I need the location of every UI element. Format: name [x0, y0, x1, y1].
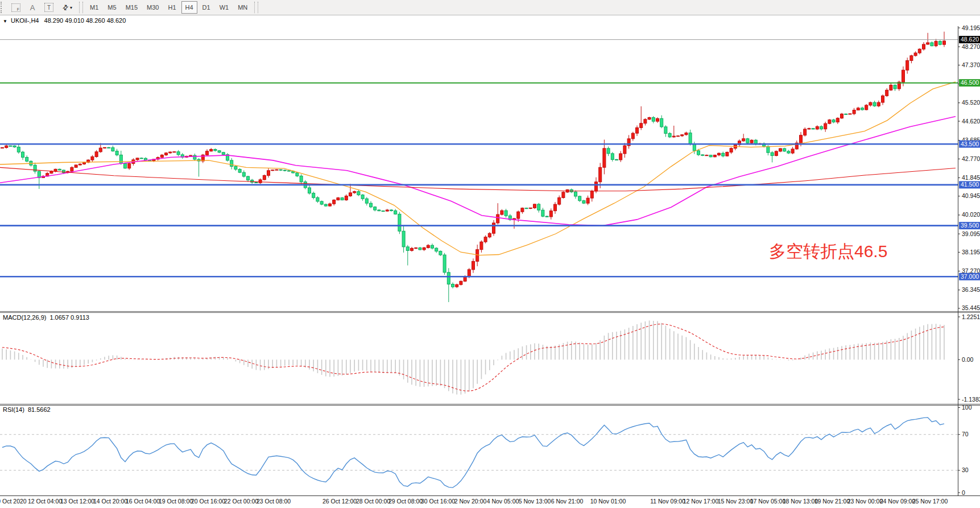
candle: [894, 85, 896, 89]
timeframe-mn-button[interactable]: MN: [234, 1, 251, 14]
text-label-tool-icon[interactable]: T: [40, 1, 57, 14]
rsi-value: 81.5662: [28, 406, 51, 413]
candle: [468, 270, 470, 276]
price-axis-label: 45.520: [962, 99, 980, 106]
candle: [165, 153, 168, 155]
candle: [415, 248, 417, 249]
timeframe-m30-button[interactable]: M30: [143, 1, 163, 14]
time-axis-label: 12 Oct 04:00: [28, 498, 62, 505]
candle: [828, 120, 831, 123]
candle: [636, 128, 639, 134]
candle: [808, 129, 811, 129]
template-f-icon[interactable]: F: [7, 1, 24, 14]
candle: [804, 129, 807, 135]
candle: [934, 42, 937, 46]
candle: [394, 210, 397, 214]
candle: [582, 201, 585, 203]
candle: [439, 251, 442, 255]
candle: [578, 196, 581, 201]
dropdown-caret-icon: ▾: [70, 5, 72, 10]
time-axis-label: 17 Nov 05:00: [750, 498, 786, 505]
macd-axis-label: 0.00: [962, 356, 974, 363]
timeframe-m15-button[interactable]: M15: [122, 1, 142, 14]
timeframe-d1-button[interactable]: D1: [199, 1, 214, 14]
macd-axis-label: 1.2251: [962, 313, 980, 320]
candle: [296, 173, 299, 176]
candle: [775, 151, 778, 156]
candle: [484, 237, 487, 242]
candle: [845, 114, 847, 114]
candle: [341, 198, 344, 200]
candle: [345, 196, 348, 200]
candle: [656, 118, 659, 121]
price-axis-label: 41.845: [962, 174, 980, 181]
candle: [681, 135, 684, 136]
macd-pane[interactable]: [2, 320, 944, 394]
annotation-text: 多空转折点46.5: [769, 240, 887, 263]
candle: [26, 157, 28, 161]
candle: [857, 108, 859, 110]
price-level-box-value: 48.620: [961, 36, 979, 43]
timeframe-m1-button[interactable]: M1: [86, 1, 102, 14]
symbol-dropdown-icon[interactable]: ▼: [3, 19, 7, 24]
candle: [419, 248, 421, 250]
candle: [779, 148, 782, 151]
candle: [427, 245, 429, 247]
price-level-box-value: 46.500: [961, 79, 979, 86]
candle: [431, 245, 434, 248]
text-label-glyph: T: [44, 3, 53, 12]
candle: [783, 148, 786, 151]
candle: [222, 152, 225, 155]
candle: [460, 281, 462, 284]
cursor-modes-icon[interactable]: ⇄ ▾: [59, 1, 76, 14]
timeframe-h1-button[interactable]: H1: [164, 1, 180, 14]
timeframe-h4-button[interactable]: H4: [181, 1, 197, 14]
candle: [722, 153, 725, 156]
candle: [595, 182, 598, 191]
candle: [672, 136, 675, 137]
time-axis-label: 28 Oct 00:00: [356, 498, 390, 505]
candle: [476, 250, 479, 262]
annotate-text-icon[interactable]: A: [26, 1, 39, 14]
candle: [493, 223, 495, 233]
candle: [488, 233, 491, 237]
rsi-pane[interactable]: [0, 418, 958, 488]
price-axis-label: 42.770: [962, 155, 980, 162]
candle: [877, 102, 880, 106]
ohlc-values-label: 48.290 49.010 48.260 48.620: [44, 17, 126, 24]
chart-title[interactable]: ▼ UKOil-,H4 48.290 49.010 48.260 48.620: [3, 17, 126, 24]
candle: [742, 139, 745, 141]
candle: [378, 210, 381, 211]
time-axis-label: 13 Oct 12:00: [60, 498, 94, 505]
candle: [452, 284, 454, 287]
candle: [13, 146, 16, 147]
candle: [337, 198, 340, 200]
candle: [923, 44, 925, 49]
toolbar-grip[interactable]: [1, 2, 5, 13]
candle: [374, 207, 377, 210]
timeframe-m5-button[interactable]: M5: [104, 1, 120, 14]
toolbar-separator: [79, 2, 83, 13]
timeframe-w1-button[interactable]: W1: [216, 1, 233, 14]
candle: [95, 152, 98, 157]
time-axis-label: 15 Nov 23:00: [718, 498, 754, 505]
price-axis-label: 40.020: [962, 211, 980, 218]
price-axis-label: 38.195: [962, 249, 980, 255]
time-axis-label: 11 Nov 09:00: [650, 498, 685, 505]
candle: [938, 42, 941, 45]
time-axis-label: 6 Nov 21:00: [551, 498, 584, 505]
time-axis-label: 19 Oct 08:00: [159, 498, 193, 505]
rsi-line: [2, 418, 944, 488]
time-axis-label: 19 Nov 21:00: [814, 498, 850, 505]
candle: [456, 284, 458, 287]
candle: [124, 163, 127, 168]
candle: [259, 180, 262, 183]
candle: [869, 102, 872, 105]
candle: [861, 108, 864, 110]
candle: [816, 127, 818, 129]
candle: [890, 85, 892, 90]
candle: [370, 203, 373, 207]
candle: [693, 144, 696, 151]
time-axis-label: 9 Oct 2020: [0, 498, 27, 505]
candle: [541, 210, 544, 216]
